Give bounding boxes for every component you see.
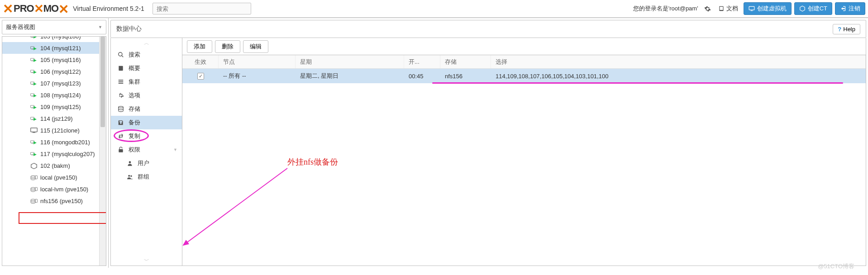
search-icon [117,52,124,58]
svg-line-39 [183,168,287,245]
nav-item-book[interactable]: 概要 [111,62,182,75]
svg-rect-7 [32,61,33,61]
svg-rect-5 [32,49,33,49]
grid-toolbar: 添加 删除 编辑 [182,38,866,55]
nav-scroll-up[interactable]: ︿ [111,38,182,48]
docs-link[interactable]: 文档 [718,5,738,13]
version-label: Virtual Environment 5.2-1 [73,5,144,12]
tree-item-label: 108 (mysql124) [40,92,81,99]
col-days[interactable]: 星期 [296,55,404,68]
tree-scrollbar[interactable] [99,37,106,266]
nav-item-label: 群组 [138,173,149,181]
tree-item-storage[interactable]: local (pve150) [2,171,106,183]
global-search [153,3,251,14]
tree-item-label: 116 (mongodb201) [40,139,90,146]
create-ct-button[interactable]: 创建CT [794,2,832,15]
col-enable[interactable]: 生效 [182,55,219,68]
svg-rect-18 [31,128,37,132]
cell-days: 星期二, 星期日 [296,72,404,80]
cube-icon [799,5,806,12]
svg-point-35 [118,106,123,108]
add-button[interactable]: 添加 [187,40,212,53]
vm-icon: ▶ [30,36,38,39]
tree-item-label: 103 (mysql180) [40,36,81,40]
svg-line-31 [121,56,123,57]
svg-rect-9 [32,72,33,73]
tree-item-label: 107 (mysql123) [40,80,81,87]
svg-rect-15 [32,108,33,108]
tree-item-vm[interactable]: ▶117 (mysqlculog207) [2,148,106,160]
nav-scroll-down[interactable]: ﹀ [111,256,182,266]
delete-button[interactable]: 删除 [215,40,240,53]
tree-item-vm[interactable]: ▶108 (mysql124) [2,89,106,101]
vm-icon: ▶ [30,45,38,51]
db-icon [117,106,124,112]
nav-item-label: 备份 [129,119,140,127]
col-node[interactable]: 节点 [219,55,296,68]
content-panel: 数据中心 ? Help ︿ 搜索概要集群选项存储备份复制权限▼用户群组 ﹀ 添加… [109,18,868,268]
gear-icon [117,92,124,99]
nav-item-db[interactable]: 存储 [111,102,182,116]
nav-item-label: 选项 [129,91,140,100]
main: 服务器视图 ▶103 (mysql180)▶104 (mysql121)▶105… [0,18,868,268]
tree-item-ct[interactable]: 102 (bakm) [2,160,106,171]
nav-item-retweet[interactable]: 复制 [111,129,182,143]
backup-panel: 添加 删除 编辑 生效 节点 星期 开... 存储 选择 ✓ -- 所有 -- … [182,38,866,266]
svg-point-37 [128,175,130,177]
svg-point-36 [129,161,131,163]
nav-item-save[interactable]: 备份 [111,116,182,129]
col-storage[interactable]: 存储 [440,55,491,68]
vm-icon: ▶ [30,92,38,98]
help-icon: ? [838,26,841,33]
edit-button[interactable]: 编辑 [243,40,268,53]
tree-item-vm[interactable]: ▶109 (mysql125) [2,101,106,113]
breadcrumb-bar: 数据中心 ? Help [110,20,866,38]
col-start[interactable]: 开... [404,55,440,68]
nav-item-gear[interactable]: 选项 [111,89,182,102]
help-button[interactable]: ? Help [833,24,860,34]
annotation-underline [432,82,843,84]
nav-item-search[interactable]: 搜索 [111,48,182,62]
tree-item-storage[interactable]: local-lvm (pve150) [2,183,106,195]
search-input[interactable] [153,3,251,14]
storage-icon [30,175,38,180]
nav-item-cluster[interactable]: 集群 [111,75,182,89]
tree-item-vm[interactable]: 115 (121clone) [2,124,106,136]
retweet-icon [117,133,124,139]
book-icon [718,5,725,12]
tree-item-vm[interactable]: ▶116 (mongodb201) [2,136,106,148]
logout-button[interactable]: 注销 [835,2,865,15]
nav-item-user[interactable]: 用户 [111,156,182,170]
svg-rect-23 [32,155,33,155]
tree-item-label: 106 (mysql122) [40,68,81,75]
gear-icon[interactable] [703,4,713,14]
tree-item-vm[interactable]: ▶107 (mysql123) [2,77,106,89]
tree-item-vm[interactable]: ▶106 (mysql122) [2,66,106,77]
tree-item-label: 114 (jsz129) [40,115,73,122]
view-mode-selector[interactable]: 服务器视图 [2,20,106,34]
tree-item-vm[interactable]: ▶104 (mysql121) [2,42,106,54]
tree-item-label: local (pve150) [40,174,77,181]
backup-job-row[interactable]: ✓ -- 所有 -- 星期二, 星期日 00:45 nfs156 114,109… [182,69,866,83]
svg-rect-13 [32,96,33,96]
tree-item-label: nfs156 (pve150) [40,198,83,204]
storage-icon [30,198,38,204]
tree-item-vm[interactable]: ▶114 (jsz129) [2,113,106,124]
create-vm-button[interactable]: 创建虚拟机 [744,2,792,15]
tree-item-vm[interactable]: ▶105 (mysql116) [2,54,106,66]
config-nav: ︿ 搜索概要集群选项存储备份复制权限▼用户群组 ﹀ [111,38,182,266]
enabled-checkbox[interactable]: ✓ [197,73,204,80]
svg-rect-3 [32,37,33,38]
tree-item-vm[interactable]: ▶103 (mysql180) [2,36,106,42]
grid-header: 生效 节点 星期 开... 存储 选择 [182,55,866,69]
nav-item-unlock[interactable]: 权限▼ [111,143,182,156]
svg-point-38 [130,175,132,177]
unlock-icon [117,147,124,153]
col-select[interactable]: 选择 [491,55,866,68]
vm-icon: ▶ [30,81,38,86]
svg-rect-0 [749,6,754,10]
ct-icon [30,163,38,168]
tree-item-storage[interactable]: nfs156 (pve150) [2,195,106,207]
nav-item-group[interactable]: 群组 [111,170,182,184]
svg-rect-17 [32,119,33,120]
